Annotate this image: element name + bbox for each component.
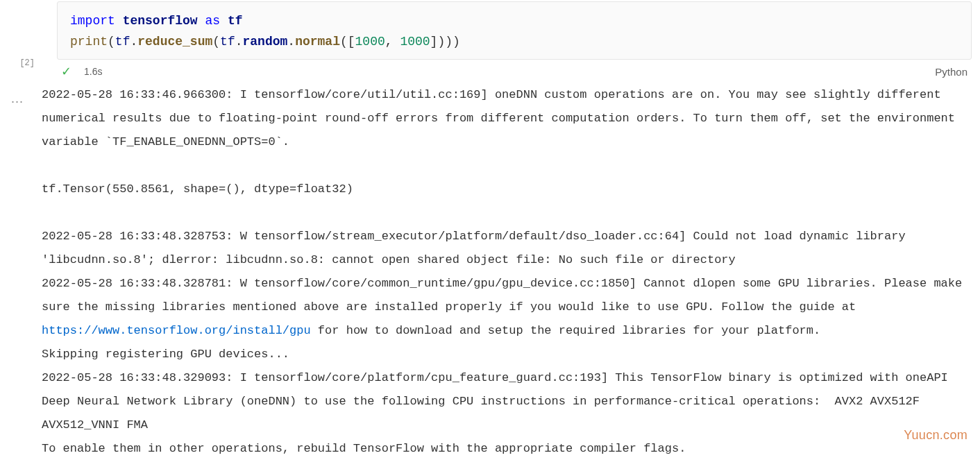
check-icon: ✓ <box>61 64 71 79</box>
code-dot: . <box>235 35 243 49</box>
output-line: 2022-05-28 16:33:48.328753: W tensorflow… <box>42 230 913 266</box>
code-paren: ]))) <box>430 35 460 49</box>
output-line: 2022-05-28 16:33:48.329093: I tensorflow… <box>42 371 955 432</box>
notebook-cell: [2] ··· import tensorflow as tf print(tf… <box>0 0 980 461</box>
output-line: To enable them in other operations, rebu… <box>42 442 686 455</box>
output-line: Skipping registering GPU devices... <box>42 348 289 361</box>
output-line: 2022-05-28 16:33:48.328781: W tensorflow… <box>42 277 969 314</box>
more-actions-icon[interactable]: ··· <box>11 94 24 109</box>
code-var-tf: tf <box>115 35 130 49</box>
tensorflow-gpu-link[interactable]: https://www.tensorflow.org/install/gpu <box>42 324 311 337</box>
code-alias: tf <box>228 14 243 28</box>
cell-status-bar: ✓ 1.6s Python <box>57 64 972 79</box>
cell-main-column: import tensorflow as tf print(tf.reduce_… <box>40 0 980 461</box>
output-line: 2022-05-28 16:33:46.966300: I tensorflow… <box>42 88 962 148</box>
code-attr-random: random <box>243 35 288 49</box>
watermark-text: Yuucn.com <box>904 428 968 443</box>
code-editor[interactable]: import tensorflow as tf print(tf.reduce_… <box>57 1 972 60</box>
code-number: 1000 <box>355 35 385 49</box>
execution-time: 1.6s <box>84 66 102 77</box>
code-keyword-import: import <box>70 14 115 28</box>
code-dot: . <box>130 35 137 49</box>
code-module: tensorflow <box>123 14 198 28</box>
code-comma: , <box>385 35 400 49</box>
code-func-normal: normal <box>295 35 340 49</box>
code-paren: ( <box>108 35 115 49</box>
cell-gutter: [2] <box>0 0 40 461</box>
code-func-print: print <box>70 35 108 49</box>
execution-count: [2] <box>19 58 35 68</box>
code-paren: ([ <box>340 35 355 49</box>
code-paren: ( <box>212 35 220 49</box>
code-dot: . <box>287 35 295 49</box>
language-label[interactable]: Python <box>935 66 968 78</box>
code-keyword-as: as <box>205 14 220 28</box>
code-func-reduce-sum: reduce_sum <box>137 35 212 49</box>
output-line: for how to download and setup the requir… <box>311 324 821 337</box>
code-number: 1000 <box>400 35 430 49</box>
code-var-tf: tf <box>220 35 235 49</box>
output-line: tf.Tensor(550.8561, shape=(), dtype=floa… <box>42 182 353 196</box>
cell-output[interactable]: 2022-05-28 16:33:46.966300: I tensorflow… <box>42 83 977 461</box>
